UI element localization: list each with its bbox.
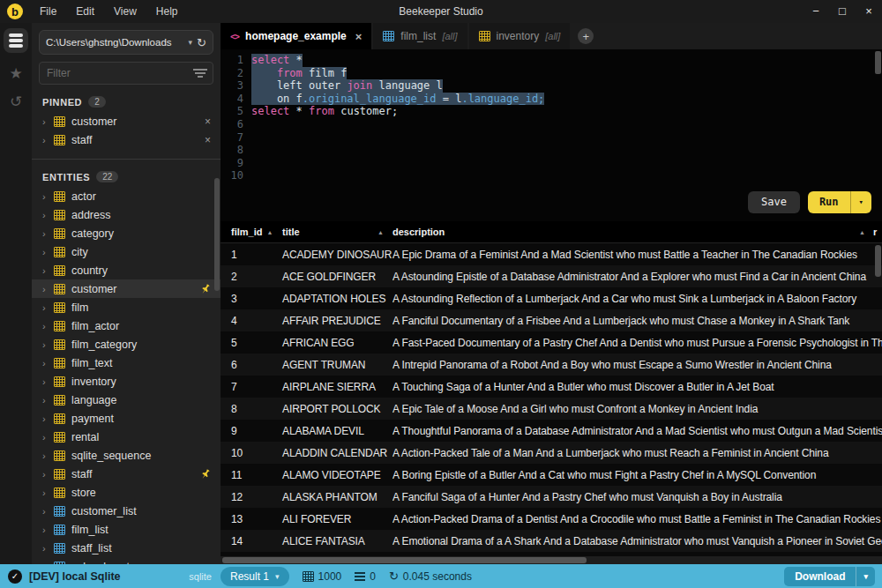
sort-arrow-icon[interactable]: ▲ <box>377 229 384 235</box>
editor-line[interactable]: 7 <box>220 131 882 145</box>
chevron-right-icon[interactable]: › <box>42 210 54 220</box>
chevron-right-icon[interactable]: › <box>42 321 54 331</box>
refresh-icon[interactable]: ↻ <box>197 37 206 48</box>
table-row[interactable]: 11ALAMO VIDEOTAPEA Boring Epistle of a B… <box>220 464 882 486</box>
connection-status[interactable]: ✓ [DEV] local Sqlite sqlite <box>0 569 220 584</box>
menu-view[interactable]: View <box>104 0 146 23</box>
sidebar-scrollbar[interactable] <box>214 178 220 291</box>
horizontal-scrollbar-thumb[interactable] <box>222 557 587 563</box>
chevron-right-icon[interactable]: › <box>42 488 54 498</box>
chevron-right-icon[interactable]: › <box>42 432 54 443</box>
entity-item-film_list[interactable]: ›film_list <box>32 520 220 539</box>
chevron-right-icon[interactable]: › <box>42 395 54 406</box>
entity-item-film_category[interactable]: ›film_category <box>32 335 220 354</box>
maximize-icon[interactable]: □ <box>829 0 856 23</box>
table-row[interactable]: 5AFRICAN EGGA Fast-Paced Documentary of … <box>220 331 882 354</box>
editor-line[interactable]: 10 <box>220 169 882 182</box>
chevron-right-icon[interactable]: › <box>42 228 54 239</box>
table-row[interactable]: 14ALICE FANTASIAA Emotional Drama of a A… <box>220 530 882 552</box>
editor-line[interactable]: 9 <box>220 157 882 170</box>
close-icon[interactable]: × <box>856 0 882 23</box>
chevron-right-icon[interactable]: › <box>42 506 54 517</box>
unpin-close-icon[interactable]: × <box>205 115 211 128</box>
entity-item-address[interactable]: ›address <box>32 205 220 224</box>
pinned-section-header[interactable]: PINNED 2 <box>32 85 220 112</box>
chevron-right-icon[interactable]: › <box>42 265 54 276</box>
sql-editor[interactable]: 1select *2 from film f3 left outer join … <box>220 49 882 221</box>
entities-section-header[interactable]: ENTITIES 22 <box>32 160 220 187</box>
chevron-right-icon[interactable]: › <box>42 525 54 535</box>
chevron-right-icon[interactable]: › <box>42 284 54 294</box>
editor-line[interactable]: 8 <box>220 144 882 157</box>
entity-item-staff[interactable]: ›staff <box>32 465 220 483</box>
run-button[interactable]: Run ▾ <box>808 191 871 213</box>
entity-item-sales_by_store[interactable]: ›sales_by_store <box>32 557 220 564</box>
pinned-item-customer[interactable]: ›customer× <box>32 112 220 130</box>
results-horizontal-scrollbar[interactable] <box>220 556 882 564</box>
table-row[interactable]: 6AGENT TRUMANA Intrepid Panorama of a Ro… <box>220 354 882 376</box>
chevron-right-icon[interactable]: › <box>42 302 54 313</box>
entity-item-film[interactable]: ›film <box>32 298 220 316</box>
table-row[interactable]: 10ALADDIN CALENDARA Action-Packed Tale o… <box>220 442 882 464</box>
history-icon[interactable]: ↺ <box>10 94 22 109</box>
table-row[interactable]: 8AIRPORT POLLOCKA Epic Tale of a Moose A… <box>220 398 882 420</box>
column-header-description[interactable]: description ▲ <box>392 227 873 237</box>
unpin-close-icon[interactable]: × <box>205 134 211 146</box>
table-row[interactable]: 9ALABAMA DEVILA Thoughtful Panorama of a… <box>220 420 882 442</box>
pinned-item-staff[interactable]: ›staff× <box>32 130 220 149</box>
entity-item-sqlite_sequence[interactable]: ›sqlite_sequence <box>32 446 220 465</box>
entity-item-film_text[interactable]: ›film_text <box>32 354 220 372</box>
tab-close-icon[interactable]: × <box>355 30 363 43</box>
entity-item-city[interactable]: ›city <box>32 242 220 261</box>
menu-help[interactable]: Help <box>146 0 188 23</box>
download-caret-icon[interactable]: ▾ <box>856 567 875 586</box>
entity-item-staff_list[interactable]: ›staff_list <box>32 539 220 557</box>
column-header-next-partial[interactable]: r <box>873 227 882 237</box>
connection-selector[interactable]: C:\Users\ghstng\Downloads ▾ ↻ <box>39 30 213 55</box>
run-button-label[interactable]: Run <box>808 191 850 213</box>
filter-icon[interactable] <box>195 72 206 74</box>
run-dropdown-caret-icon[interactable]: ▾ <box>850 191 871 213</box>
tab-film_list[interactable]: film_list[all] <box>373 23 467 49</box>
menu-file[interactable]: File <box>30 0 66 23</box>
editor-line[interactable]: 5select * from customer; <box>220 105 882 118</box>
entity-item-language[interactable]: ›language <box>32 391 220 409</box>
menu-edit[interactable]: Edit <box>66 0 104 23</box>
tab-inventory[interactable]: inventory[all] <box>469 23 571 49</box>
editor-line[interactable]: 4 on f.original_language_id = l.language… <box>220 93 882 106</box>
entity-item-customer_list[interactable]: ›customer_list <box>32 502 220 520</box>
chevron-right-icon[interactable]: › <box>42 191 54 202</box>
chevron-right-icon[interactable]: › <box>42 339 54 350</box>
chevron-down-icon[interactable]: ▾ <box>189 38 193 47</box>
save-button[interactable]: Save <box>748 191 800 213</box>
sort-arrow-icon[interactable]: ▲ <box>859 229 865 235</box>
chevron-right-icon[interactable]: › <box>42 543 54 554</box>
chevron-right-icon[interactable]: › <box>42 247 54 257</box>
chevron-right-icon[interactable]: › <box>42 116 54 127</box>
filter-input[interactable]: Filter <box>39 62 213 85</box>
entity-item-payment[interactable]: ›payment <box>32 409 220 428</box>
entity-item-store[interactable]: ›store <box>32 483 220 502</box>
table-row[interactable]: 7AIRPLANE SIERRAA Touching Saga of a Hun… <box>220 376 882 398</box>
chevron-down-icon[interactable]: ▾ <box>275 572 280 581</box>
editor-line[interactable]: 2 from film f <box>220 67 882 80</box>
entity-item-actor[interactable]: ›actor <box>32 187 220 205</box>
entity-item-film_actor[interactable]: ›film_actor <box>32 316 220 335</box>
editor-line[interactable]: 1select * <box>220 54 882 67</box>
table-row[interactable]: 2ACE GOLDFINGERA Astounding Epistle of a… <box>220 265 882 287</box>
database-panel-button[interactable] <box>4 28 28 53</box>
editor-line[interactable]: 3 left outer join language l <box>220 79 882 93</box>
chevron-right-icon[interactable]: › <box>42 135 54 145</box>
chevron-right-icon[interactable]: › <box>42 413 54 424</box>
results-vertical-scrollbar[interactable] <box>875 245 881 277</box>
table-row[interactable]: 3ADAPTATION HOLESA Astounding Reflection… <box>220 287 882 309</box>
entity-item-country[interactable]: ›country <box>32 261 220 279</box>
chevron-right-icon[interactable]: › <box>42 376 54 387</box>
table-row[interactable]: 1ACADEMY DINOSAURA Epic Drama of a Femin… <box>220 243 882 265</box>
editor-line[interactable]: 6 <box>220 118 882 131</box>
entity-item-inventory[interactable]: ›inventory <box>32 372 220 391</box>
chevron-right-icon[interactable]: › <box>42 469 54 480</box>
favorites-icon[interactable]: ★ <box>9 66 22 81</box>
minimize-icon[interactable]: − <box>803 0 829 23</box>
column-header-title[interactable]: title ▲ <box>282 227 392 237</box>
